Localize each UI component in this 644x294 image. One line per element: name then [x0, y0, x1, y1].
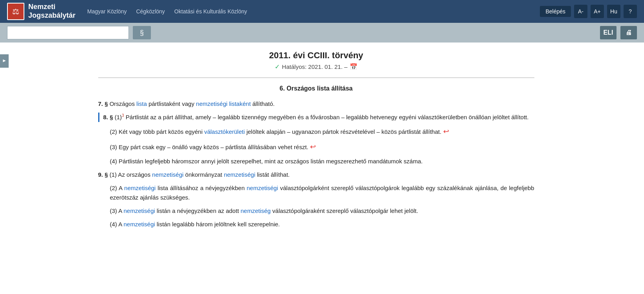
font-minus-button[interactable]: A- — [574, 5, 587, 18]
paragraph-9-2: (2) A nemzetiségi lista állításához a né… — [110, 183, 534, 202]
site-logo: ⚖ Nemzeti Jogszabálytár — [7, 3, 75, 20]
side-tab[interactable]: ◄ — [0, 54, 9, 68]
help-button[interactable]: ? — [624, 5, 637, 18]
paragraph-9-4: (4) A nemzetiségi listán legalább három … — [110, 220, 534, 229]
link-nemzetisegi-9-2b[interactable]: nemzetiségi — [247, 185, 278, 191]
language-button[interactable]: Hu — [607, 5, 620, 18]
print-button[interactable]: 🖨 — [620, 26, 637, 39]
link-nemzetiseg-9-3[interactable]: nemzetiség — [240, 207, 271, 214]
link-lista-7[interactable]: lista — [136, 100, 147, 107]
logo-emblem: ⚖ — [7, 3, 24, 20]
section-heading: 6. Országos lista állítása — [98, 85, 534, 92]
section-divider — [98, 78, 534, 78]
link-listakent-7[interactable]: listaként — [229, 100, 251, 107]
main-content: 2011. évi CCIII. törvény ✓ Hatályos: 202… — [86, 43, 558, 245]
section-search-button[interactable]: § — [133, 26, 151, 39]
login-button[interactable]: Belépés — [540, 6, 571, 17]
logo-text: Nemzeti Jogszabálytár — [28, 3, 75, 20]
annotation-arrow-1: ↩ — [443, 126, 449, 137]
paragraph-9-3: (3) A nemzetiségi listán a névjegyzékben… — [110, 206, 534, 216]
para9-label: 9. § — [98, 171, 108, 178]
footnote-3: 3 — [122, 113, 124, 118]
paragraph-9-1: 9. § (1) Az országos nemzetiségi önkormá… — [98, 170, 534, 179]
content-wrapper: ◄ 2011. évi CCIII. törvény ✓ Hatályos: 2… — [0, 43, 644, 245]
section-8-block: 8. § (1)3 Pártlistát az a párt állíthat,… — [98, 113, 534, 122]
para7-label: 7. § — [98, 100, 108, 107]
link-nemzetisegi-lista-9-4[interactable]: nemzetiségi — [124, 221, 155, 227]
site-header: ⚖ Nemzeti Jogszabálytár Magyar Közlöny C… — [0, 0, 644, 23]
search-toolbar: § ELI 🖨 — [0, 23, 644, 43]
font-plus-button[interactable]: A+ — [591, 5, 604, 18]
status-text: Hatályos: 2021. 01. 21. – — [282, 63, 348, 70]
paragraph-8-2: (2) Két vagy több párt közös egyéni vála… — [110, 126, 534, 137]
para8-label: 8. § — [103, 114, 113, 120]
nav-cegkozlony[interactable]: Cégközlöny — [136, 8, 165, 15]
document-title: 2011. évi CCIII. törvény — [98, 50, 534, 61]
document-status: ✓ Hatályos: 2021. 01. 21. – 📅 — [98, 63, 534, 70]
nav-oktatasi[interactable]: Oktatási és Kulturális Közlöny — [174, 8, 247, 15]
link-nemzetisegi-7[interactable]: nemzetiségi — [196, 100, 228, 107]
calendar-icon[interactable]: 📅 — [350, 63, 358, 70]
nav-magyar-kozlony[interactable]: Magyar Közlöny — [87, 8, 127, 15]
status-check-icon: ✓ — [275, 63, 280, 70]
paragraph-8-4: (4) Pártlistán legfeljebb háromszor anny… — [110, 157, 534, 166]
search-input[interactable] — [7, 26, 129, 39]
link-nemzetisegi-9[interactable]: nemzetiségi — [152, 171, 183, 178]
header-actions: Belépés A- A+ Hu ? — [540, 5, 637, 18]
paragraph-8-main: 8. § (1)3 Pártlistát az a párt állíthat,… — [103, 113, 534, 122]
paragraph-8-3: (3) Egy párt csak egy – önálló vagy közö… — [110, 141, 534, 153]
paragraph-7: 7. § Országos lista pártlistaként vagy n… — [98, 99, 534, 109]
link-nemzetisegi-lista-9[interactable]: nemzetiségi — [224, 171, 255, 178]
link-nemzetisegi-lista-9-3[interactable]: nemzetiségi — [124, 207, 155, 214]
main-nav: Magyar Közlöny Cégközlöny Oktatási és Ku… — [87, 8, 540, 15]
eli-button[interactable]: ELI — [600, 26, 616, 39]
link-valasztokeruleti[interactable]: választókerületi — [204, 128, 245, 135]
link-nemzetisegi-lista-9-2[interactable]: nemzetiségi — [124, 185, 156, 191]
annotation-arrow-2: ↩ — [310, 141, 316, 153]
